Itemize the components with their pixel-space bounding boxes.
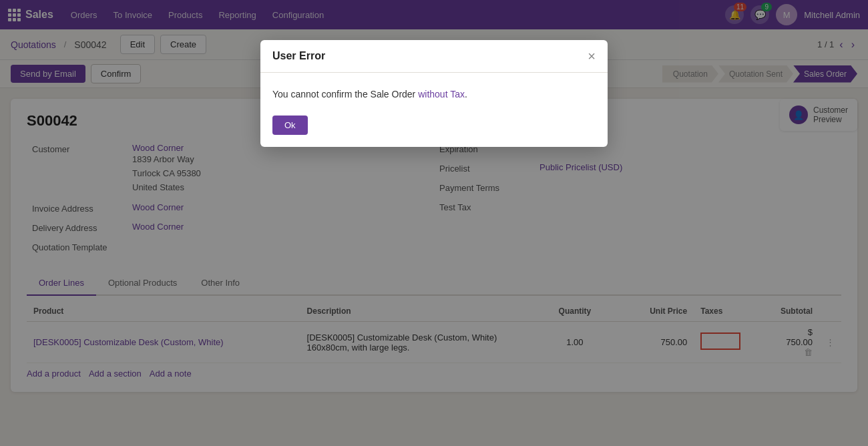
modal-message-link: without Tax: [418, 89, 465, 99]
modal-close-button[interactable]: ×: [588, 49, 596, 63]
ok-button[interactable]: Ok: [272, 116, 308, 135]
modal-header: User Error ×: [260, 40, 608, 73]
modal-message-after: .: [465, 89, 467, 99]
modal-overlay: User Error × You cannot confirm the Sale…: [0, 0, 868, 403]
modal-title: User Error: [272, 50, 325, 62]
modal-message-before: You cannot confirm the Sale Order: [272, 89, 418, 99]
error-modal: User Error × You cannot confirm the Sale…: [260, 40, 608, 147]
modal-footer: Ok: [260, 110, 608, 146]
modal-body: You cannot confirm the Sale Order withou…: [260, 73, 608, 110]
